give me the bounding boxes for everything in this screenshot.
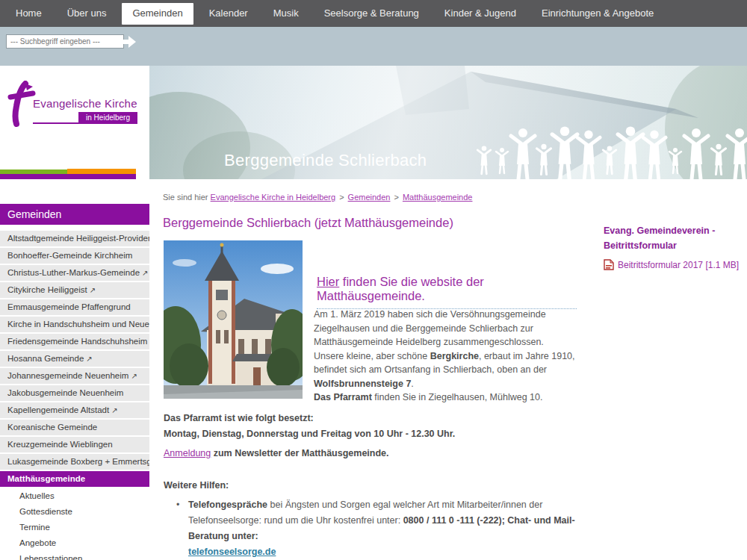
sidebar-item-9[interactable]: Jakobusgemeinde Neuenheim bbox=[0, 385, 149, 401]
nav-item-0[interactable]: Home bbox=[3, 0, 55, 27]
search-input[interactable] bbox=[6, 34, 124, 49]
sidebar-subitem-0[interactable]: Aktuelles bbox=[0, 488, 149, 504]
cross-logo-icon bbox=[6, 81, 36, 127]
logo-subtitle: in Heidelberg bbox=[78, 112, 137, 124]
text-span: Das Pfarramt bbox=[314, 392, 372, 402]
sidebar-item-12[interactable]: Kreuzgemeinde Wieblingen bbox=[0, 437, 149, 452]
breadcrumb-links: Evangelische Kirche in Heidelberg>Gemein… bbox=[211, 193, 473, 202]
text-span: zum Newsletter der Matthäusgemeinde. bbox=[211, 448, 388, 458]
external-link-icon: ↗ bbox=[142, 269, 148, 277]
banner-title: Berggemeinde Schlierbach bbox=[224, 151, 427, 170]
sidebar-item-0[interactable]: Altstadtgemeinde Heiliggeist-Providenz bbox=[0, 231, 149, 246]
main-content: Berggemeinde Schlierbach (jetzt Matthäus… bbox=[163, 215, 601, 230]
breadcrumb: Sie sind hier Evangelische Kirche in Hei… bbox=[163, 193, 472, 202]
help-list-item-0: •Telefongespräche bei Ängsten und Sorgen… bbox=[176, 497, 586, 560]
breadcrumb-separator: > bbox=[339, 193, 344, 202]
page-header: Evangelische Kirche in Heidelberg bbox=[0, 66, 747, 179]
church-photo bbox=[164, 240, 303, 399]
helps-heading: Weitere Hilfen: bbox=[164, 480, 229, 491]
green-stripe bbox=[0, 169, 67, 174]
sidebar-item-3[interactable]: Citykirche Heiliggeist↗ bbox=[0, 282, 149, 298]
breadcrumb-link-2[interactable]: Matthäusgemeinde bbox=[403, 193, 473, 202]
search-submit-button[interactable] bbox=[120, 36, 139, 48]
banner-image: Berggemeinde Schlierbach bbox=[149, 66, 747, 179]
text-span: finden Sie die website der Matthäusgemei… bbox=[317, 275, 484, 302]
breadcrumb-separator: > bbox=[394, 193, 398, 202]
external-link-icon: ↗ bbox=[86, 355, 92, 363]
brand-stripes bbox=[0, 169, 136, 179]
nav-item-7[interactable]: Einrichtungen & Angebote bbox=[529, 0, 666, 27]
text-span: Bergkirche bbox=[430, 351, 479, 361]
arrow-right-icon bbox=[120, 40, 128, 44]
sidebar-item-10[interactable]: Kapellengemeinde Altstadt↗ bbox=[0, 402, 149, 418]
sidebar-header: Gemeinden bbox=[0, 204, 149, 225]
text-link[interactable]: Hier bbox=[317, 275, 339, 288]
text-link[interactable]: Anmeldung bbox=[164, 448, 211, 458]
sidebar-gemeinden: Gemeinden Altstadtgemeinde Heiliggeist-P… bbox=[0, 204, 149, 560]
sidebar-subitem-3[interactable]: Angebote bbox=[0, 535, 149, 551]
pfarramt-line2: Montag, Dienstag, Donnerstag und Freitag… bbox=[164, 426, 455, 442]
nav-item-5[interactable]: Seelsorge & Beratung bbox=[311, 0, 432, 27]
aside-title-line1: Evang. Gemeindeverein - bbox=[604, 223, 746, 238]
text-span: Telefongespräche bbox=[188, 500, 267, 510]
logo-rule bbox=[33, 122, 78, 124]
site-logo[interactable]: Evangelische Kirche in Heidelberg bbox=[0, 67, 149, 170]
sidebar-subitem-1[interactable]: Gottesdienste bbox=[0, 504, 149, 520]
website-link-heading: Hier finden Sie die website der Matthäus… bbox=[317, 275, 577, 309]
pdf-download-link[interactable]: Beitrittsformular 2017 [1.1 MB] bbox=[618, 260, 739, 270]
sidebar-item-4[interactable]: Emmausgemeinde Pfaffengrund bbox=[0, 299, 149, 315]
nav-item-1[interactable]: Über uns bbox=[55, 0, 120, 27]
pfarramt-line1: Das Pfarramt ist wie folgt besetzt: bbox=[164, 411, 455, 426]
sidebar-subitem-2[interactable]: Termine bbox=[0, 520, 149, 535]
sidebar-item-14[interactable]: Matthäusgemeinde bbox=[0, 471, 149, 487]
text-span: . bbox=[411, 379, 413, 389]
breadcrumb-link-0[interactable]: Evangelische Kirche in Heidelberg bbox=[211, 193, 336, 202]
sidebar-sublist: AktuellesGottesdiensteTermineAngeboteLeb… bbox=[0, 488, 149, 560]
sidebar-item-7[interactable]: Hosanna Gemeinde↗ bbox=[0, 351, 149, 367]
arrow-right-icon bbox=[128, 36, 136, 48]
pfarramt-hours: Das Pfarramt ist wie folgt besetzt: Mont… bbox=[164, 411, 455, 442]
external-link-icon: ↗ bbox=[90, 286, 96, 294]
page-title: Berggemeinde Schlierbach (jetzt Matthäus… bbox=[163, 215, 601, 230]
sidebar-item-13[interactable]: Lukasgemeinde Boxberg + Emmertsgrund bbox=[0, 454, 149, 470]
text-link[interactable]: telefonseelsorge.de bbox=[188, 547, 276, 557]
sidebar-item-5[interactable]: Kirche in Handschuhsheim und Neuenheim bbox=[0, 317, 149, 332]
helps-list: •Telefongespräche bei Ängsten und Sorgen… bbox=[176, 497, 586, 560]
sidebar-item-6[interactable]: Friedensgemeinde Handschuhsheim↗ bbox=[0, 334, 149, 349]
nav-item-4[interactable]: Musik bbox=[261, 0, 311, 27]
text-span: Wolfsbrunnensteige 7 bbox=[314, 379, 411, 389]
sidebar-subitem-4[interactable]: Lebensstationen bbox=[0, 551, 149, 560]
aside-gemeindeverein: Evang. Gemeindeverein - Beitrittsformula… bbox=[604, 223, 746, 270]
sidebar-item-11[interactable]: Koreanische Gemeinde bbox=[0, 420, 149, 435]
intro-paragraph: Am 1. März 2019 haben sich die Versöhnun… bbox=[314, 308, 587, 405]
text-span: Unsere kleine, aber schöne bbox=[314, 351, 430, 361]
pdf-icon bbox=[604, 259, 614, 270]
sidebar-item-2[interactable]: Christus-Luther-Markus-Gemeinde↗ bbox=[0, 265, 149, 281]
aside-title-line2: Beitrittsformular bbox=[604, 238, 746, 253]
top-nav: HomeÜber unsGemeindenKalenderMusikSeelso… bbox=[0, 0, 747, 27]
sidebar-item-8[interactable]: Johannesgemeinde Neuenheim↗ bbox=[0, 368, 149, 384]
logo-title: Evangelische Kirche bbox=[33, 97, 137, 110]
text-span: Am 1. März 2019 haben sich die Versöhnun… bbox=[314, 309, 546, 347]
orange-stripe bbox=[67, 169, 136, 174]
nav-item-2[interactable]: Gemeinden bbox=[122, 3, 193, 25]
purple-stripe bbox=[0, 174, 136, 179]
newsletter-line: Anmeldung zum Newsletter der Matthäusgem… bbox=[164, 448, 389, 458]
breadcrumb-link-1[interactable]: Gemeinden bbox=[348, 193, 391, 202]
external-link-icon: ↗ bbox=[111, 406, 117, 414]
text-span: finden Sie in Ziegelhausen, Mühlweg 10. bbox=[372, 392, 543, 402]
sidebar-item-1[interactable]: Bonhoeffer-Gemeinde Kirchheim bbox=[0, 248, 149, 264]
sidebar-list: Altstadtgemeinde Heiliggeist-ProvidenzBo… bbox=[0, 231, 149, 487]
search-band bbox=[0, 27, 747, 66]
external-link-icon: ↗ bbox=[131, 372, 137, 380]
breadcrumb-prefix: Sie sind hier bbox=[163, 193, 208, 202]
nav-item-6[interactable]: Kinder & Jugend bbox=[432, 0, 529, 27]
nav-item-3[interactable]: Kalender bbox=[196, 0, 261, 27]
bullet-icon: • bbox=[176, 497, 179, 513]
